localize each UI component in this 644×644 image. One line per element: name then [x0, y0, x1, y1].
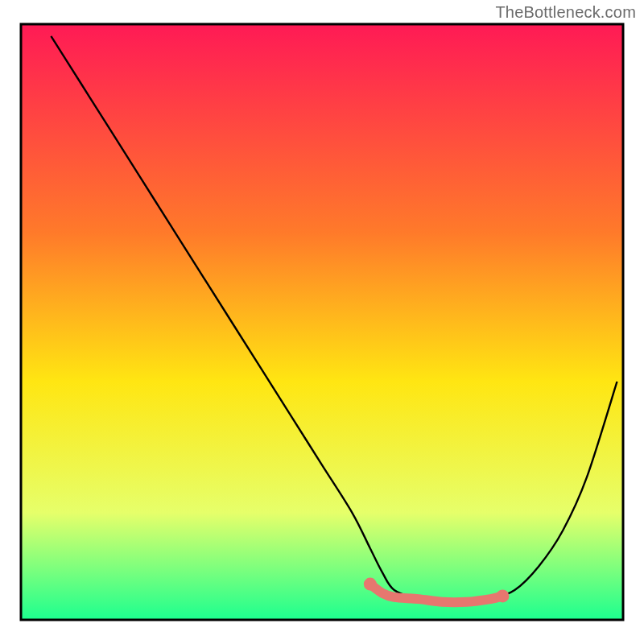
svg-rect-0 [21, 24, 623, 620]
sweet-spot-start-dot [364, 578, 377, 591]
plot-area [21, 24, 623, 620]
sweet-spot-end-dot [496, 589, 509, 602]
bottleneck-chart [0, 0, 644, 644]
attribution-label: TheBottleneck.com [495, 3, 636, 22]
